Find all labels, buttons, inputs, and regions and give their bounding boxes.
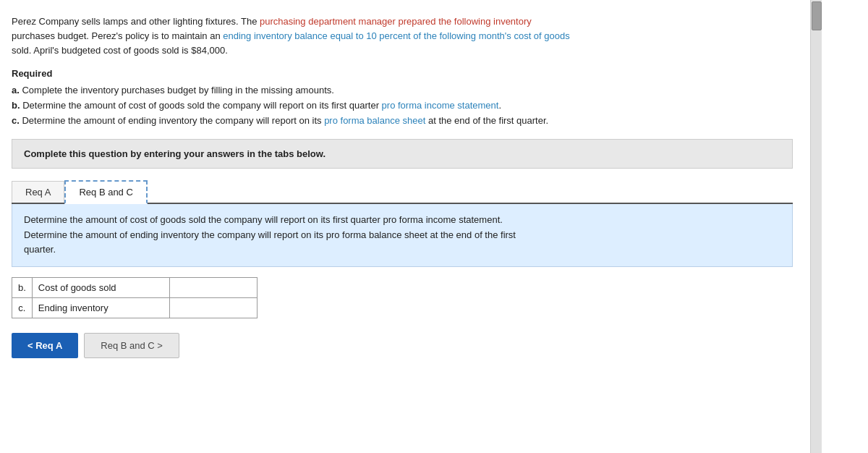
ending-inventory-input[interactable] [170,299,257,318]
row-id-c: c. [12,298,33,318]
table-row: c. Ending inventory [12,298,258,318]
cost-of-goods-sold-input-cell [169,278,257,298]
question-box: Complete this question by entering your … [12,139,793,169]
intro-text-3: sold. April's budgeted cost of goods sol… [12,45,228,56]
tab-content-line2: Determine the amount of ending inventory… [24,229,516,240]
intro-text-2: purchases budget. Perez's policy is to m… [12,30,223,41]
tab-req-b-c[interactable]: Req B and C [64,180,147,204]
answer-table: b. Cost of goods sold c. Ending inventor… [12,277,258,318]
table-row: b. Cost of goods sold [12,278,258,298]
intro-text-1: Perez Company sells lamps and other ligh… [12,16,260,27]
tabs-row: Req A Req B and C [12,180,793,204]
required-item-b: b. Determine the amount of cost of goods… [12,98,793,114]
prev-button[interactable]: < Req A [12,333,78,358]
scrollbar[interactable] [810,0,822,453]
row-id-b: b. [12,278,33,298]
required-section: Required a. Complete the inventory purch… [12,68,793,128]
ending-inventory-input-cell [169,298,257,318]
ending-inventory-label: Ending inventory [32,298,169,318]
intro-highlight-1: purchasing department manager prepared t… [260,16,532,27]
required-item-c: c. Determine the amount of ending invent… [12,114,793,129]
cost-of-goods-sold-input[interactable] [170,279,257,297]
tab-content-line3: quarter. [24,244,56,255]
tab-content-req-b-c: Determine the amount of cost of goods so… [12,204,793,267]
answer-table-container: b. Cost of goods sold c. Ending inventor… [12,277,793,318]
tabs-container: Req A Req B and C Determine the amount o… [12,180,793,267]
tab-req-a[interactable]: Req A [12,181,64,203]
required-label: Required [12,68,793,79]
required-item-a: a. Complete the inventory purchases budg… [12,83,793,98]
intro-paragraph: Perez Company sells lamps and other ligh… [12,14,793,58]
scrollbar-thumb[interactable] [812,1,822,30]
intro-blue-1: ending inventory balance equal to 10 per… [223,30,569,41]
nav-buttons: < Req A Req B and C > [12,333,793,358]
next-button[interactable]: Req B and C > [84,333,179,358]
tab-content-line1: Determine the amount of cost of goods so… [24,214,503,225]
cost-of-goods-sold-label: Cost of goods sold [32,278,169,298]
